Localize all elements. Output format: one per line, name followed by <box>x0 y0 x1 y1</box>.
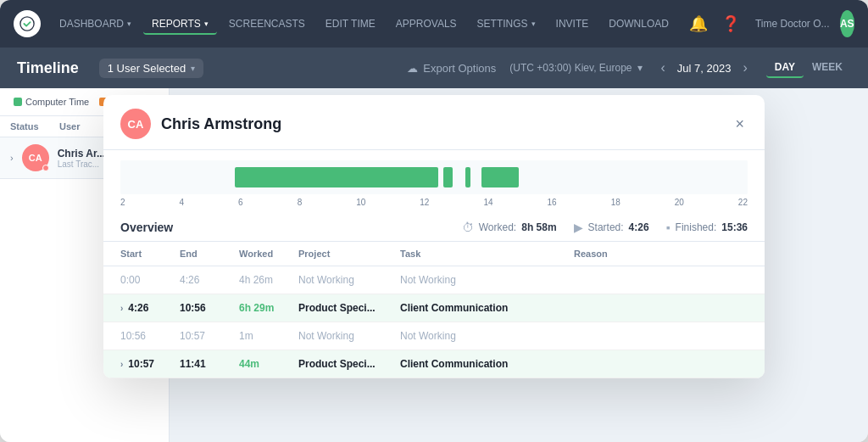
timeline-axis-label: 4 <box>180 198 185 207</box>
cell-end: 10:56 <box>180 302 239 314</box>
cell-worked: 6h 29m <box>239 302 298 314</box>
user-selector[interactable]: 1 User Selected ▾ <box>99 59 204 78</box>
cell-project: Product Speci... <box>298 358 400 370</box>
chevron-down-icon: ▾ <box>637 62 643 74</box>
app-container: DASHBOARD ▾ REPORTS ▾ SCREENCASTS EDIT T… <box>0 0 868 442</box>
detail-modal: CA Chris Armstrong × 246810121416182022 … <box>103 95 765 378</box>
modal-overlay: CA Chris Armstrong × 246810121416182022 … <box>0 88 868 442</box>
col-worked: Worked <box>239 249 298 259</box>
finished-stat: ▪ Finished: 15:36 <box>666 221 748 234</box>
timeline-axis-label: 8 <box>298 198 303 207</box>
cell-start: › 10:57 <box>120 358 180 370</box>
col-end: End <box>180 249 239 259</box>
week-view-button[interactable]: WEEK <box>804 58 851 78</box>
cell-task: Not Working <box>400 330 574 342</box>
timeline-axis-label: 12 <box>420 198 429 207</box>
modal-avatar: CA <box>120 109 151 139</box>
nav-item-settings[interactable]: SETTINGS ▾ <box>469 13 544 35</box>
table-row[interactable]: › 4:26 10:56 6h 29m Product Speci... Cli… <box>103 294 765 322</box>
cell-task: Client Communication <box>400 358 574 370</box>
table-row[interactable]: 0:00 4:26 4h 26m Not Working Not Working <box>103 266 765 294</box>
cell-worked: 4h 26m <box>239 274 298 286</box>
cell-project: Not Working <box>298 274 400 286</box>
next-date-button[interactable]: › <box>737 59 752 77</box>
timeline-axis-label: 14 <box>483 198 492 207</box>
cell-start: 10:56 <box>120 330 180 342</box>
notifications-button[interactable]: 🔔 <box>684 9 713 38</box>
chevron-down-icon: ▾ <box>191 64 195 73</box>
cell-end: 4:26 <box>180 274 239 286</box>
prev-date-button[interactable]: ‹ <box>656 59 670 77</box>
org-name: Time Doctor O... <box>748 18 837 30</box>
col-start: Start <box>120 249 180 259</box>
table-body: 0:00 4:26 4h 26m Not Working Not Working… <box>103 266 765 378</box>
nav-item-invite[interactable]: INVITE <box>548 13 598 35</box>
timeline-axis-label: 22 <box>738 198 748 207</box>
view-toggle: DAY WEEK <box>766 58 851 78</box>
timeline-axis-label: 10 <box>356 198 365 207</box>
cell-task: Not Working <box>400 274 574 286</box>
nav-item-reports[interactable]: REPORTS ▾ <box>143 13 217 35</box>
timeline-axis-label: 6 <box>238 198 243 207</box>
cell-end: 11:41 <box>180 358 239 370</box>
modal-title: Chris Armstrong <box>161 115 732 133</box>
timeline-bar <box>443 167 453 187</box>
cell-worked: 44m <box>239 358 298 370</box>
export-options-button[interactable]: ☁ Export Options <box>407 62 496 75</box>
table-row[interactable]: 10:56 10:57 1m Not Working Not Working <box>103 322 765 350</box>
user-avatar[interactable]: AS <box>840 10 855 37</box>
timeline-chart: 246810121416182022 <box>103 150 765 214</box>
expand-icon: › <box>120 304 123 313</box>
timeline-axis-label: 2 <box>120 198 125 207</box>
date-label: Jul 7, 2023 <box>677 62 732 75</box>
main-content: Computer Time Ma... Status User › CA Chr… <box>0 88 868 442</box>
modal-header: CA Chris Armstrong × <box>103 95 765 150</box>
nav-item-edit-time[interactable]: EDIT TIME <box>317 13 384 35</box>
timeline-bar <box>235 167 439 187</box>
cell-project: Not Working <box>298 330 400 342</box>
started-stat: ▶ Started: 4:26 <box>574 221 649 234</box>
app-logo[interactable] <box>14 10 41 37</box>
day-view-button[interactable]: DAY <box>766 58 804 78</box>
page-title: Timeline <box>17 59 79 77</box>
cell-start: › 4:26 <box>120 302 180 314</box>
timezone-selector[interactable]: (UTC +03:00) Kiev, Europe ▾ <box>509 62 642 74</box>
table-row[interactable]: › 10:57 11:41 44m Product Speci... Clien… <box>103 350 765 378</box>
cloud-upload-icon: ☁ <box>407 62 418 75</box>
timeline-axis: 246810121416182022 <box>120 194 748 210</box>
timeline-bars <box>120 160 748 194</box>
overview-bar: Overview ⏱ Worked: 8h 58m ▶ Started: 4:2… <box>103 214 765 242</box>
cell-task: Client Communication <box>400 302 574 314</box>
svg-point-0 <box>20 17 34 31</box>
cell-worked: 1m <box>239 330 298 342</box>
timeline-axis-label: 16 <box>548 198 557 207</box>
col-project: Project <box>298 249 400 259</box>
worked-stat: ⏱ Worked: 8h 58m <box>462 221 557 234</box>
play-icon: ▶ <box>574 221 583 234</box>
col-task: Task <box>400 249 574 259</box>
close-button[interactable]: × <box>732 112 748 137</box>
help-button[interactable]: ❓ <box>716 9 745 38</box>
date-navigation: ‹ Jul 7, 2023 › <box>656 59 753 77</box>
chevron-down-icon: ▾ <box>127 20 131 28</box>
expand-icon: › <box>120 360 123 369</box>
nav-item-screencasts[interactable]: SCREENCASTS <box>220 13 314 35</box>
navbar: DASHBOARD ▾ REPORTS ▾ SCREENCASTS EDIT T… <box>0 0 868 48</box>
chevron-down-icon: ▾ <box>204 20 209 28</box>
cell-project: Product Speci... <box>298 302 400 314</box>
chevron-down-icon: ▾ <box>531 20 536 28</box>
timeline-axis-label: 18 <box>611 198 620 207</box>
timeline-bar <box>481 167 519 187</box>
timeline-bar <box>465 167 470 187</box>
col-reason: Reason <box>574 249 748 259</box>
subheader: Timeline 1 User Selected ▾ ☁ Export Opti… <box>0 48 868 88</box>
nav-item-approvals[interactable]: APPROVALS <box>387 13 465 35</box>
cell-end: 10:57 <box>180 330 239 342</box>
table-header-row: Start End Worked Project Task Reason <box>103 242 765 266</box>
clock-icon: ⏱ <box>462 221 474 234</box>
cell-start: 0:00 <box>120 274 180 286</box>
timeline-axis-label: 20 <box>675 198 684 207</box>
nav-item-download[interactable]: DOWNLOAD <box>600 13 677 35</box>
nav-item-dashboard[interactable]: DASHBOARD ▾ <box>51 13 140 35</box>
data-table: Start End Worked Project Task Reason 0:0… <box>103 242 765 378</box>
